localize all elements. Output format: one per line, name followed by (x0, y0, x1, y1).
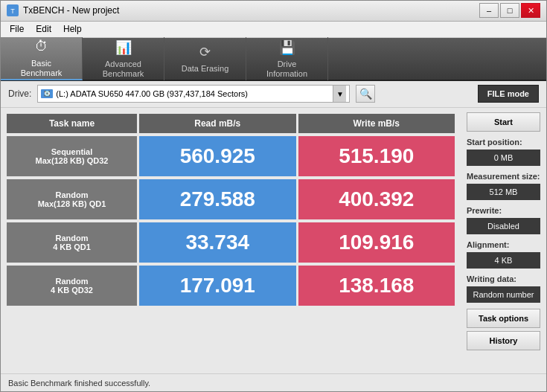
basic-benchmark-icon: ⏱ (33, 38, 51, 56)
data-erasing-icon: ⟳ (196, 43, 214, 61)
write-sequential: 515.190 (298, 136, 455, 176)
task-random-128kb-qd1: RandomMax(128 KB) QD1 (7, 179, 137, 219)
alignment-value: 4 KB (467, 252, 540, 269)
task-random-4kb-qd1: Random4 KB QD1 (7, 222, 137, 263)
header-write: Write mB/s (298, 114, 455, 133)
tab-erasing-label: Data Erasing (182, 64, 229, 74)
maximize-button[interactable]: □ (500, 3, 519, 18)
table-row: Random4 KB QD32 177.091 138.168 (7, 266, 455, 306)
tab-data-erasing[interactable]: ⟳ Data Erasing (164, 37, 246, 80)
table-row: RandomMax(128 KB) QD1 279.588 400.392 (7, 179, 455, 219)
benchmark-area: Task name Read mB/s Write mB/s Sequentia… (1, 108, 461, 373)
tab-advanced-benchmark[interactable]: 📊 AdvancedBenchmark (83, 37, 164, 80)
refresh-drive-button[interactable]: 🔍 (356, 85, 375, 103)
window-controls: – □ ✕ (479, 3, 540, 18)
drive-selector[interactable]: 💽 (L:) ADATA SU650 447.00 GB (937,437,18… (37, 85, 350, 103)
prewrite-value: Disabled (467, 218, 540, 234)
measurement-size-value: 512 MB (467, 184, 540, 200)
minimize-button[interactable]: – (479, 3, 499, 18)
table-row: Random4 KB QD1 33.734 109.916 (7, 222, 455, 263)
drive-bar: Drive: 💽 (L:) ADATA SU650 447.00 GB (937… (1, 81, 546, 108)
read-random-4kb-qd1: 33.734 (139, 222, 296, 263)
refresh-icon: 🔍 (359, 88, 372, 100)
header-read: Read mB/s (139, 114, 296, 133)
start-position-value: 0 MB (467, 150, 540, 166)
tab-basic-label: BasicBenchmark (21, 59, 63, 78)
title-bar: T TxBENCH - New project – □ ✕ (1, 1, 546, 22)
tab-drive-information[interactable]: 💾 DriveInformation (246, 37, 328, 80)
drive-info-icon: 💾 (278, 39, 296, 57)
task-options-button[interactable]: Task options (467, 309, 540, 328)
close-button[interactable]: ✕ (521, 3, 540, 18)
drive-icon: 💽 (41, 89, 53, 98)
app-icon: T (7, 4, 19, 16)
write-random-128kb-qd1: 400.392 (298, 179, 455, 219)
drive-dropdown-arrow[interactable]: ▼ (333, 86, 346, 102)
tab-basic-benchmark[interactable]: ⏱ BasicBenchmark (1, 37, 83, 80)
toolbar: ⏱ BasicBenchmark 📊 AdvancedBenchmark ⟳ D… (1, 38, 546, 81)
menu-file[interactable]: File (4, 22, 30, 36)
table-header: Task name Read mB/s Write mB/s (7, 114, 455, 133)
status-message: Basic Benchmark finished successfully. (8, 379, 150, 388)
tab-drive-info-label: DriveInformation (266, 60, 307, 79)
window-title: TxBENCH - New project (23, 5, 479, 16)
menu-bar: File Edit Help (1, 22, 546, 38)
status-bar: Basic Benchmark finished successfully. (1, 373, 546, 391)
writing-data-value: Random number (467, 286, 540, 303)
file-mode-button[interactable]: FILE mode (478, 85, 539, 103)
tab-advanced-label: AdvancedBenchmark (103, 60, 144, 79)
write-random-4kb-qd1: 109.916 (298, 222, 455, 263)
task-sequential: SequentialMax(128 KB) QD32 (7, 136, 137, 176)
svg-text:T: T (10, 7, 15, 15)
task-random-4kb-qd32: Random4 KB QD32 (7, 266, 137, 306)
header-task: Task name (7, 114, 137, 133)
menu-help[interactable]: Help (57, 22, 88, 36)
read-random-4kb-qd32: 177.091 (139, 266, 296, 306)
alignment-label: Alignment: (467, 240, 540, 249)
start-button[interactable]: Start (467, 112, 540, 132)
menu-edit[interactable]: Edit (30, 22, 57, 36)
drive-label: Drive: (8, 89, 31, 99)
write-random-4kb-qd32: 138.168 (298, 266, 455, 306)
drive-value: (L:) ADATA SU650 447.00 GB (937,437,184 … (56, 89, 248, 98)
read-random-128kb-qd1: 279.588 (139, 179, 296, 219)
prewrite-label: Prewrite: (467, 206, 540, 215)
writing-data-label: Writing data: (467, 274, 540, 283)
start-position-label: Start position: (467, 138, 540, 147)
table-row: SequentialMax(128 KB) QD32 560.925 515.1… (7, 136, 455, 176)
advanced-benchmark-icon: 📊 (115, 39, 132, 57)
side-panel: Start Start position: 0 MB Measurement s… (461, 108, 546, 373)
read-sequential: 560.925 (139, 136, 296, 176)
history-button[interactable]: History (467, 331, 540, 350)
measurement-size-label: Measurement size: (467, 172, 540, 181)
main-content: Task name Read mB/s Write mB/s Sequentia… (1, 108, 546, 373)
